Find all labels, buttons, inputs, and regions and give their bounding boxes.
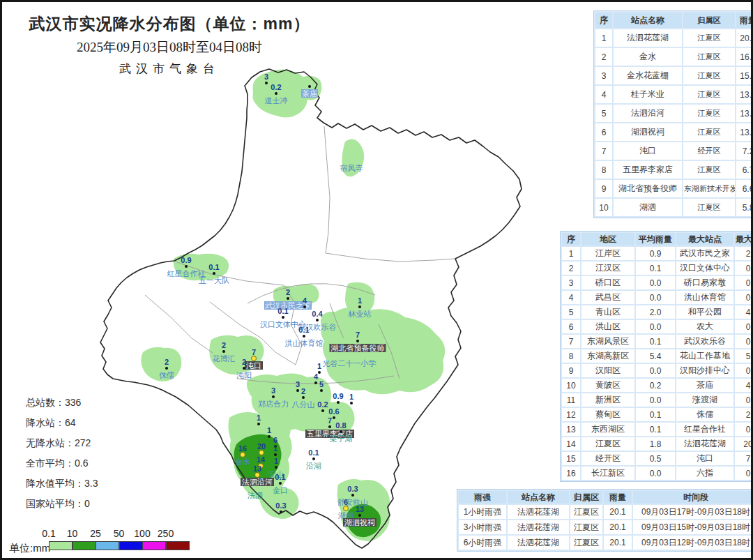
table-cell: 6 [595, 123, 612, 141]
table-cell: 汉口文体中心 [676, 262, 733, 275]
station-rainfall-value: 2 [301, 387, 305, 395]
table-row: 11新洲区0.0涨渡湖0.0 [562, 393, 753, 407]
station-name-label: 道士冲 [265, 96, 288, 105]
station-rainfall-value: 0.1 [277, 307, 288, 315]
table-cell: 13.8 [736, 86, 753, 103]
legend-color-box [49, 541, 73, 550]
table-row: 4武昌区0.0洪山体育馆0.1 [562, 291, 753, 304]
table-cell: 3小时雨强 [459, 520, 506, 534]
table-cell: 硚口易家墩 [676, 276, 733, 289]
table-cell: 6小时雨强 [459, 536, 506, 550]
table-header-cell: 站点名称 [614, 13, 682, 28]
table-row: 2江汉区0.1汉口文体中心0.1 [562, 262, 753, 275]
station-dot [165, 367, 168, 370]
table-cell: 12 [562, 408, 580, 421]
station-dot [185, 265, 188, 268]
table-cell: 1小时雨强 [459, 505, 506, 519]
station-rainfall-value: 1 [274, 457, 278, 465]
station-rainfall-value: 0.2 [317, 400, 328, 409]
table-header-row: 雨强站点名称归属区雨量时间段 [459, 491, 753, 504]
table-cell: 14 [562, 437, 580, 451]
table-row: 12蔡甸区0.1侏儒2.0 [562, 408, 753, 421]
station-rainfall-value: 13 [356, 505, 364, 513]
station-rainfall-value: 2 [222, 341, 226, 349]
table-cell: 3 [595, 67, 612, 84]
table-cell: 8 [562, 349, 580, 363]
station-rainfall-value: 0.9 [181, 256, 191, 264]
station-name-label: 宿凤寺 [340, 164, 363, 172]
table-cell: 9 [562, 364, 580, 377]
table-cell: 9 [595, 180, 612, 197]
table-cell: 沌口 [614, 142, 682, 160]
table-cell: 江汉区 [581, 262, 634, 275]
station-dot [358, 305, 361, 308]
table-cell: 蔡甸区 [581, 408, 634, 421]
table-cell: 东湖风景区 [581, 335, 634, 348]
legend-color-box [73, 541, 96, 550]
station-dot [296, 389, 299, 392]
table-row: 3小时雨强法泗花莲湖江夏区20.109月03日15时-09月03日18时 [459, 520, 753, 534]
station-name-label: 光谷二十一小学 [323, 359, 376, 368]
stat-line: 全市平均：0.6 [26, 457, 98, 478]
table-row: 2金水江夏区16.4 [595, 48, 753, 66]
top-stations-table: 序站点名称归属区雨量1法泗花莲湖江夏区20.12金水江夏区16.43金水花蓝棚江… [593, 10, 753, 218]
table-cell: 0.9 [636, 247, 675, 260]
station-rainfall-value: 0.1 [208, 263, 219, 271]
legend-threshold: 50 [114, 528, 125, 539]
station-rainfall-value: 0.6 [328, 407, 339, 416]
table-cell: 沌口 [676, 452, 733, 465]
station-rainfall-value: 0.3 [275, 501, 286, 510]
table-cell: 20.1 [604, 505, 632, 519]
station-name-label: 湖北省预备役师 [330, 344, 386, 352]
table-cell: 湖北省预备役师 [614, 180, 682, 197]
station-name-label: 沿湖 [306, 462, 321, 470]
table-cell: 江夏区 [570, 520, 602, 534]
station-name-label: 沌口 [245, 361, 263, 370]
table-cell: 涨渡湖 [676, 393, 733, 407]
time-range: 2025年09月03日08时至04日08时 [23, 38, 316, 56]
table-cell: 7.2 [736, 142, 753, 160]
table-header-cell: 站点名称 [508, 491, 569, 504]
table-row: 13东西湖区0.1红星合作社0.9 [562, 423, 753, 436]
table-cell: 5 [562, 305, 580, 319]
table-cell: 0.2 [636, 379, 675, 392]
table-row: 10湖泗江夏区5.8 [595, 199, 753, 216]
table-row: 14江夏区1.8法泗花莲湖20.1 [562, 437, 753, 451]
table-cell: 15.6 [736, 67, 753, 84]
table-cell: 4 [562, 291, 580, 304]
table-cell: 法泗花莲湖 [508, 505, 569, 519]
station-rainfall-value: 1 [267, 426, 271, 434]
table-cell: 0.0 [735, 276, 753, 289]
legend-color-box [166, 541, 190, 550]
station-dot [272, 395, 275, 398]
station-dot [265, 82, 268, 84]
station-name-label: 法泗 [248, 491, 263, 499]
table-cell: 江夏区 [570, 505, 602, 519]
table-cell: 4 [595, 86, 612, 103]
table-cell: 江夏区 [683, 86, 735, 103]
table-header-cell: 雨量 [736, 13, 753, 28]
table-row: 7东湖风景区0.1武汉欢乐谷0.4 [562, 335, 753, 348]
station-name-label: 八分山 [292, 400, 315, 409]
station-dot [275, 92, 277, 95]
table-cell: 15 [562, 452, 580, 465]
table-cell: 1 [595, 29, 612, 47]
station-dot [279, 482, 282, 485]
table-header-cell: 最大站点 [676, 233, 733, 245]
table-cell: 0.0 [735, 467, 753, 480]
station-rainfall-value: 1 [317, 362, 321, 370]
table-row: 5法泗沿河江夏区13.4 [595, 105, 753, 122]
station-dot [321, 409, 324, 412]
table-cell: 新洲区 [581, 393, 634, 407]
station-rainfall-value: 5 [319, 380, 324, 388]
table-row: 6小时雨强法泗花莲湖江夏区20.109月03日12时-09月03日18时 [459, 536, 753, 550]
station-dot [302, 396, 305, 399]
station-dot [274, 453, 277, 456]
table-cell: 0.5 [636, 452, 675, 465]
table-cell: 0.0 [636, 291, 675, 304]
stat-line: 降水站：64 [26, 417, 98, 437]
station-dot [312, 457, 315, 460]
table-cell: 江夏区 [683, 29, 735, 47]
table-row: 1小时雨强法泗花莲湖江夏区20.109月03日17时-09月03日18时 [459, 505, 753, 519]
table-cell: 桂子米业 [614, 86, 682, 103]
